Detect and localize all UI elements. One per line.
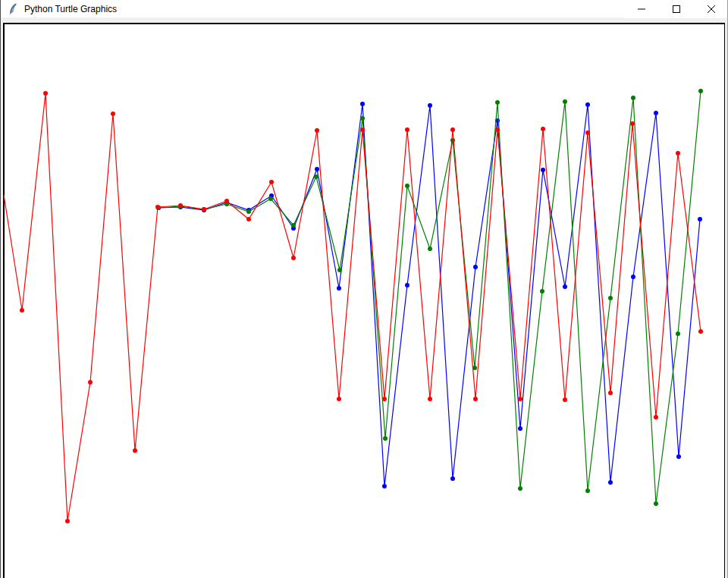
tk-feather-icon xyxy=(8,3,20,15)
close-icon xyxy=(708,5,715,13)
minimize-icon xyxy=(638,5,645,13)
close-button[interactable] xyxy=(694,0,728,18)
window-title: Python Turtle Graphics xyxy=(24,0,117,18)
turtle-graphics-window: { "window": { "title": "Python Turtle Gr… xyxy=(0,0,728,578)
minimize-button[interactable] xyxy=(624,0,659,18)
maximize-icon xyxy=(673,5,680,13)
turtle-canvas xyxy=(3,23,725,578)
maximize-button[interactable] xyxy=(659,0,694,18)
titlebar[interactable]: Python Turtle Graphics xyxy=(1,0,728,18)
